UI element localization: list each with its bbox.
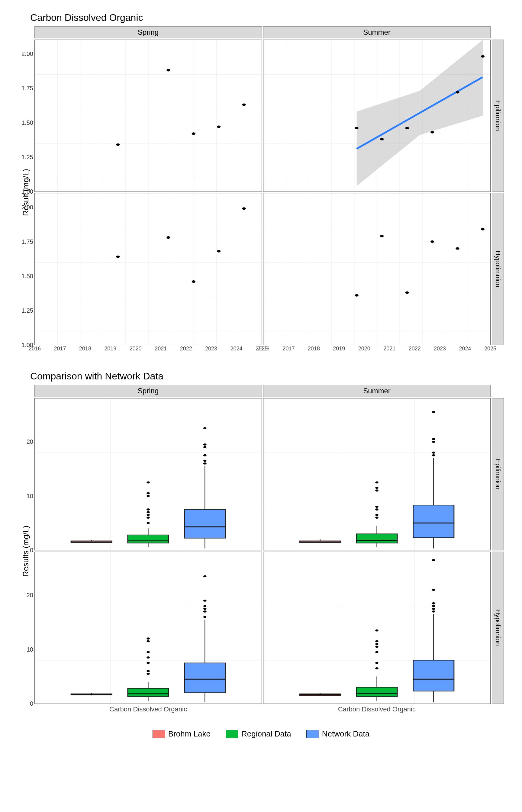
svg-rect-61 [413,505,454,538]
svg-point-67 [432,411,435,413]
svg-point-88 [203,600,207,602]
svg-point-98 [375,651,379,653]
svg-point-19 [380,235,384,237]
svg-point-14 [166,236,170,239]
svg-point-4 [242,103,246,106]
svg-point-100 [375,643,379,645]
legend-item-regional: Regional Data [226,729,291,738]
legend-swatch-brohm [153,730,165,738]
svg-point-36 [146,492,150,494]
legend: Brohm Lake Regional Data Network Data [18,729,504,738]
svg-point-66 [432,438,435,440]
svg-point-31 [146,516,150,519]
svg-point-106 [432,610,435,613]
svg-point-89 [203,575,207,577]
row-strip-epilimnion: Epilimnion [492,40,504,192]
svg-point-8 [380,138,384,140]
svg-point-56 [375,506,379,508]
box-chart-title: Comparison with Network Data [30,371,504,382]
svg-point-96 [375,667,379,669]
legend-label: Regional Data [241,729,291,738]
svg-point-20 [405,291,409,294]
svg-point-75 [146,670,150,672]
svg-point-44 [203,446,207,448]
col-strip-spring: Spring [35,26,262,38]
svg-point-64 [432,452,435,454]
svg-rect-51 [357,534,397,543]
svg-point-9 [405,127,409,129]
svg-point-2 [192,132,196,135]
box-facet-grid: Spring Summer Results (mg/L) 01020 Epili… [18,385,504,717]
svg-point-7 [355,127,359,129]
svg-point-109 [432,602,435,605]
svg-point-11 [456,91,460,93]
svg-point-80 [146,637,150,640]
row-strip-hypolimnion: Hypolimnion [492,193,504,345]
box-panel-spring-hypolimnion: 01020 Carbon Dissolved Organic [35,552,262,704]
col-strip-summer: Summer [263,26,490,38]
box-col-strip-spring: Spring [35,385,262,397]
svg-point-3 [217,125,221,128]
svg-point-79 [146,640,150,642]
svg-point-58 [375,487,379,489]
svg-point-54 [375,514,379,516]
svg-point-12 [481,55,484,58]
svg-point-84 [203,616,207,618]
panel-spring-hypolimnion: 1.001.251.501.752.00 2016201720182019202… [35,193,262,345]
svg-point-110 [432,589,435,591]
svg-point-35 [146,495,150,497]
svg-point-22 [456,247,460,250]
svg-point-97 [375,662,379,664]
svg-point-16 [217,250,221,252]
panel-summer-epilimnion [263,40,490,192]
svg-point-41 [203,463,207,465]
svg-point-0 [116,143,120,146]
svg-point-43 [203,454,207,456]
svg-point-45 [203,444,207,446]
svg-point-34 [146,508,150,510]
box-panel-spring-epilimnion: 01020 [35,398,262,550]
svg-point-15 [192,280,196,283]
svg-point-78 [146,651,150,653]
svg-point-59 [375,481,379,483]
svg-rect-39 [185,510,225,538]
box-col-strip-summer: Summer [263,385,490,397]
svg-point-57 [375,489,379,491]
svg-point-1 [166,69,170,71]
svg-rect-72 [128,688,168,696]
svg-point-85 [203,610,207,613]
svg-point-74 [146,673,150,675]
svg-rect-82 [185,663,225,693]
svg-point-23 [481,228,484,230]
svg-point-46 [203,427,207,429]
legend-swatch-regional [226,730,238,738]
svg-point-99 [375,646,379,648]
legend-item-network: Network Data [306,729,370,738]
svg-point-42 [203,460,207,462]
svg-point-108 [432,605,435,607]
svg-point-53 [375,516,379,519]
panel-summer-hypolimnion: 2016201720182019202020212022202320242025 [263,193,490,345]
scatter-facet-grid: Spring Summer Result (mg/L) 1.001.251.50… [18,26,504,359]
box-panel-summer-hypolimnion: Carbon Dissolved Organic [263,552,490,704]
svg-point-33 [146,511,150,513]
svg-rect-94 [357,687,397,696]
svg-point-55 [375,508,379,510]
svg-point-111 [432,559,435,561]
svg-point-65 [432,441,435,443]
svg-point-18 [355,294,359,297]
svg-point-21 [430,241,434,243]
svg-rect-104 [413,661,454,691]
svg-point-10 [430,131,434,134]
legend-label: Network Data [322,729,370,738]
svg-point-101 [375,640,379,642]
svg-point-32 [146,514,150,516]
svg-point-102 [375,629,379,631]
svg-point-37 [146,481,150,483]
scatter-chart-title: Carbon Dissolved Organic [30,12,504,23]
svg-point-76 [146,662,150,664]
legend-label: Brohm Lake [168,729,210,738]
legend-item-brohm: Brohm Lake [153,729,210,738]
svg-point-107 [432,608,435,610]
svg-point-63 [432,454,435,456]
